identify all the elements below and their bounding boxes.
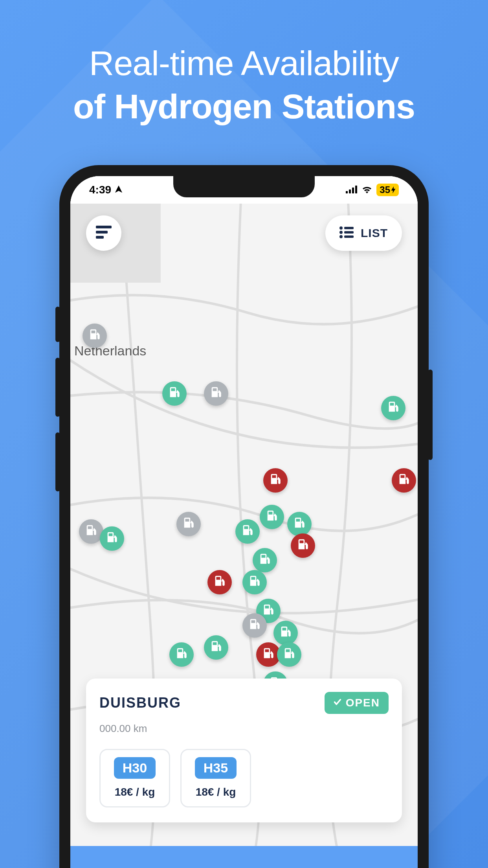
fuel-pump-icon — [279, 625, 292, 640]
fuel-pump-icon — [213, 575, 226, 590]
svg-rect-0 — [346, 191, 348, 193]
location-icon — [114, 184, 123, 196]
fuel-pump-icon — [209, 386, 223, 401]
fuel-pump-icon — [296, 538, 310, 553]
fuel-pump-icon — [387, 401, 400, 416]
fuel-pump-icon — [269, 473, 282, 488]
station-pin[interactable] — [253, 548, 277, 572]
station-pin[interactable] — [83, 324, 107, 348]
svg-point-12 — [339, 235, 343, 238]
station-pin[interactable] — [204, 381, 228, 406]
pressure-label: H30 — [114, 757, 156, 779]
fuel-pump-icon — [175, 647, 188, 662]
station-detail-card[interactable]: DUISBURG OPEN 000.00 km H3018€ / kgH3518… — [86, 679, 402, 822]
fuel-pump-icon — [283, 647, 296, 662]
station-pin[interactable] — [392, 468, 416, 493]
svg-rect-9 — [344, 227, 354, 229]
pressure-option[interactable]: H3018€ / kg — [99, 749, 170, 807]
cellular-icon — [346, 184, 358, 196]
menu-icon — [96, 226, 112, 241]
pressure-label: H35 — [195, 757, 237, 779]
fuel-pump-icon — [209, 640, 223, 655]
svg-rect-11 — [344, 231, 354, 234]
fuel-pump-icon — [262, 647, 275, 662]
fuel-pump-icon — [397, 473, 411, 488]
bottom-action-bar[interactable] — [70, 846, 418, 868]
check-icon — [333, 697, 342, 709]
fuel-pump-icon — [88, 328, 101, 343]
station-status-badge: OPEN — [325, 692, 389, 714]
svg-point-10 — [339, 231, 343, 234]
fuel-pump-icon — [168, 386, 181, 401]
pressure-price: 18€ / kg — [109, 786, 160, 798]
station-pin[interactable] — [273, 621, 298, 645]
device-notch — [173, 176, 315, 197]
hero-line-1: Real-time Availability — [0, 43, 488, 83]
list-view-button[interactable]: LIST — [325, 215, 402, 251]
fuel-pump-icon — [105, 531, 119, 546]
svg-rect-5 — [96, 226, 112, 228]
status-time: 4:39 — [89, 184, 111, 196]
map-country-label: Netherlands — [74, 343, 146, 359]
hero-heading: Real-time Availability of Hydrogen Stati… — [0, 0, 488, 127]
svg-rect-13 — [344, 235, 354, 238]
station-status-label: OPEN — [346, 697, 380, 709]
device-screen: 4:39 — [70, 176, 418, 868]
battery-level: 35 — [380, 184, 390, 195]
station-pin[interactable] — [242, 613, 267, 638]
station-pin[interactable] — [176, 512, 201, 536]
station-pin[interactable] — [263, 468, 288, 493]
fuel-pump-icon — [248, 618, 261, 633]
svg-rect-7 — [96, 236, 104, 239]
device-frame: 4:39 — [59, 165, 429, 868]
wifi-icon — [361, 184, 372, 196]
fuel-pump-icon — [182, 517, 195, 531]
station-pin[interactable] — [207, 570, 232, 594]
station-pin[interactable] — [169, 642, 194, 667]
station-pin[interactable] — [242, 570, 267, 594]
battery-indicator: 35 — [376, 184, 399, 196]
svg-point-8 — [339, 226, 343, 230]
fuel-pump-icon — [258, 553, 272, 568]
station-pin[interactable] — [291, 533, 315, 558]
station-pin[interactable] — [204, 635, 228, 660]
station-distance: 000.00 km — [99, 723, 389, 735]
fuel-pump-icon — [84, 524, 98, 539]
svg-rect-6 — [96, 231, 108, 234]
menu-button[interactable] — [86, 215, 121, 251]
svg-rect-1 — [349, 189, 351, 193]
station-pin[interactable] — [260, 505, 284, 529]
fuel-pump-icon — [262, 603, 275, 618]
pressure-price: 18€ / kg — [190, 786, 241, 798]
pressure-option[interactable]: H3518€ / kg — [180, 749, 251, 807]
station-name: DUISBURG — [99, 695, 181, 711]
station-pin[interactable] — [287, 512, 312, 536]
fuel-pump-icon — [293, 517, 306, 531]
station-pin[interactable] — [162, 381, 187, 406]
station-pin[interactable] — [381, 396, 405, 420]
list-icon — [339, 226, 354, 240]
fuel-pump-icon — [241, 524, 254, 539]
station-pin[interactable] — [277, 642, 301, 667]
list-button-label: LIST — [361, 226, 388, 240]
station-pin[interactable] — [235, 519, 260, 544]
svg-rect-2 — [352, 188, 354, 193]
fuel-pump-icon — [265, 509, 279, 524]
hero-line-2: of Hydrogen Stations — [0, 86, 488, 127]
fuel-pump-icon — [248, 575, 261, 590]
svg-rect-3 — [355, 186, 357, 193]
station-pin[interactable] — [100, 526, 124, 551]
